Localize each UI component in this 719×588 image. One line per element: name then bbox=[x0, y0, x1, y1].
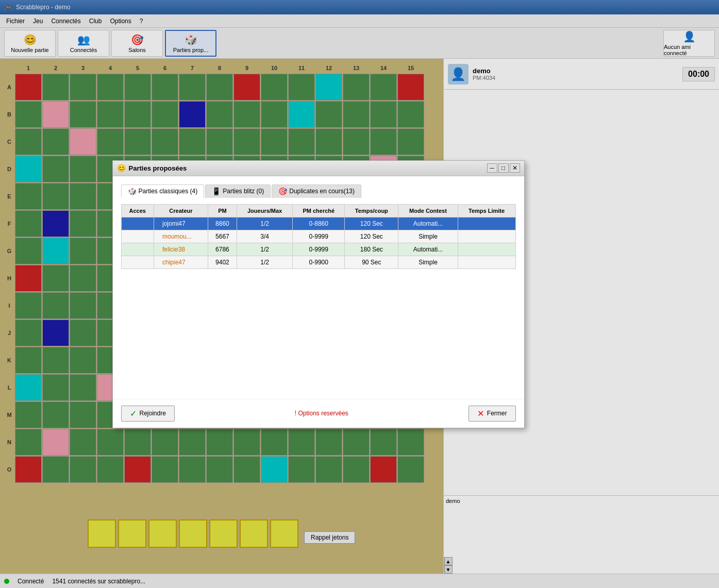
tab-duplicates-icon: 🎯 bbox=[278, 187, 287, 195]
cell-createur: jojomi47 bbox=[154, 217, 208, 230]
tab-duplicates-label: Duplicates en cours(13) bbox=[289, 188, 355, 195]
dialog-titlebar: 😊 Parties proposées ─ □ ✕ bbox=[113, 161, 524, 176]
cell-pm-cherche: 0-9900 bbox=[293, 256, 345, 268]
dialog-title: Parties proposées bbox=[129, 164, 486, 172]
table-row[interactable]: moumou... 5667 3/4 0-9999 120 Sec Simple bbox=[121, 230, 515, 243]
parties-table: Acces Createur PM Joueurs/Max PM cherché… bbox=[121, 204, 516, 269]
tab-duplicates[interactable]: 🎯 Duplicates en cours(13) bbox=[272, 184, 361, 198]
table-row[interactable]: chipie47 9402 1/2 0-9900 90 Sec Simple bbox=[121, 256, 515, 268]
cell-acces bbox=[121, 256, 154, 268]
col-temps-coup: Temps/coup bbox=[345, 204, 398, 217]
tab-classiques-label: Parties classiques (4) bbox=[139, 188, 198, 195]
cell-acces bbox=[121, 230, 154, 243]
fermer-label: Fermer bbox=[487, 410, 507, 417]
cell-mode: Simple bbox=[398, 256, 458, 268]
rejoindre-button[interactable]: ✓ Rejoindre bbox=[121, 406, 175, 422]
dialog-footer: ✓ Rejoindre ! Options reservées ✕ Fermer bbox=[113, 399, 524, 428]
cell-temps: 120 Sec bbox=[345, 230, 398, 243]
tab-blitz-label: Parties blitz (0) bbox=[223, 188, 264, 195]
cell-acces bbox=[121, 217, 154, 230]
cell-pm: 6786 bbox=[208, 243, 237, 256]
fermer-button[interactable]: ✕ Fermer bbox=[469, 406, 516, 422]
options-reserved-text: ! Options reservées bbox=[295, 410, 348, 417]
dialog-content: 🎲 Parties classiques (4) 📱 Parties blitz… bbox=[113, 176, 524, 399]
modal-overlay: 😊 Parties proposées ─ □ ✕ 🎲 Parties clas… bbox=[0, 0, 719, 588]
cell-mode: Automati... bbox=[398, 243, 458, 256]
cell-pm-cherche: 0-8860 bbox=[293, 217, 345, 230]
cell-joueurs: 1/2 bbox=[237, 243, 293, 256]
cell-limite bbox=[458, 243, 515, 256]
col-pm: PM bbox=[208, 204, 237, 217]
cell-pm-cherche: 0-9999 bbox=[293, 230, 345, 243]
cell-createur: chipie47 bbox=[154, 256, 208, 268]
table-row[interactable]: felicie38 6786 1/2 0-9999 180 Sec Automa… bbox=[121, 243, 515, 256]
cell-acces bbox=[121, 243, 154, 256]
dialog-minimize-button[interactable]: ─ bbox=[487, 163, 497, 173]
rejoindre-label: Rejoindre bbox=[140, 410, 166, 417]
tab-classiques[interactable]: 🎲 Parties classiques (4) bbox=[121, 184, 205, 198]
fermer-icon: ✕ bbox=[477, 409, 484, 418]
cell-joueurs: 1/2 bbox=[237, 217, 293, 230]
col-temps-limite: Temps Limite bbox=[458, 204, 515, 217]
cell-temps: 180 Sec bbox=[345, 243, 398, 256]
cell-limite bbox=[458, 256, 515, 268]
dialog-close-button[interactable]: ✕ bbox=[510, 163, 520, 173]
dialog-tabs: 🎲 Parties classiques (4) 📱 Parties blitz… bbox=[121, 184, 516, 198]
col-createur: Createur bbox=[154, 204, 208, 217]
cell-mode: Simple bbox=[398, 230, 458, 243]
cell-limite bbox=[458, 217, 515, 230]
col-mode-contest: Mode Contest bbox=[398, 204, 458, 217]
cell-joueurs: 1/2 bbox=[237, 256, 293, 268]
cell-pm: 9402 bbox=[208, 256, 237, 268]
rejoindre-icon: ✓ bbox=[130, 409, 137, 418]
cell-temps: 120 Sec bbox=[345, 217, 398, 230]
cell-pm: 5667 bbox=[208, 230, 237, 243]
cell-createur: moumou... bbox=[154, 230, 208, 243]
cell-createur: felicie38 bbox=[154, 243, 208, 256]
cell-mode: Automati... bbox=[398, 217, 458, 230]
cell-pm: 8860 bbox=[208, 217, 237, 230]
col-acces: Acces bbox=[121, 204, 154, 217]
cell-joueurs: 3/4 bbox=[237, 230, 293, 243]
cell-pm-cherche: 0-9999 bbox=[293, 243, 345, 256]
tab-classiques-icon: 🎲 bbox=[128, 187, 137, 195]
table-row[interactable]: jojomi47 8860 1/2 0-8860 120 Sec Automat… bbox=[121, 217, 515, 230]
dialog-icon: 😊 bbox=[117, 164, 126, 172]
dialog-maximize-button[interactable]: □ bbox=[498, 163, 509, 173]
col-joueurs-max: Joueurs/Max bbox=[237, 204, 293, 217]
parties-dialog: 😊 Parties proposées ─ □ ✕ 🎲 Parties clas… bbox=[112, 160, 525, 428]
cell-temps: 90 Sec bbox=[345, 256, 398, 268]
tab-blitz-icon: 📱 bbox=[212, 187, 221, 195]
col-pm-cherche: PM cherché bbox=[293, 204, 345, 217]
cell-limite bbox=[458, 230, 515, 243]
tab-blitz[interactable]: 📱 Parties blitz (0) bbox=[205, 184, 271, 198]
